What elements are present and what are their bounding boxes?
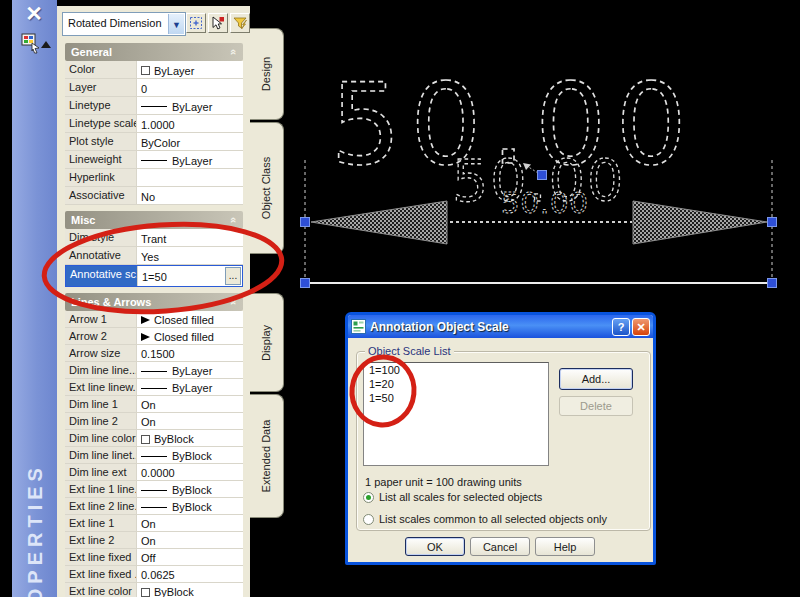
scroll-up-icon[interactable]	[41, 41, 51, 48]
property-value[interactable]: 0.0625	[137, 566, 243, 582]
section-header-misc[interactable]: Misc«	[65, 211, 243, 229]
property-row[interactable]: AssociativeNo	[65, 187, 243, 205]
property-value[interactable]: 0.1500	[137, 345, 243, 361]
ellipsis-button[interactable]: ...	[225, 267, 241, 285]
property-value[interactable]: Closed filled	[137, 311, 243, 327]
collapse-chevron-icon[interactable]: «	[225, 299, 243, 305]
object-type-select[interactable]: Rotated Dimension ▼	[62, 12, 186, 36]
property-row[interactable]: Ext line fixed ...0.0625	[65, 566, 243, 583]
palette-properties-icon[interactable]	[20, 32, 42, 58]
property-value[interactable]: ByLayer	[137, 151, 243, 168]
property-value[interactable]: 0	[137, 79, 243, 96]
property-value[interactable]: On	[137, 515, 243, 531]
property-value[interactable]: On	[137, 532, 243, 548]
help-button[interactable]: Help	[535, 537, 595, 556]
section-header-general[interactable]: General«	[65, 43, 243, 61]
dimension-arrowhead-right[interactable]	[633, 201, 767, 244]
property-row[interactable]: Ext line fixedOff	[65, 549, 243, 566]
property-row[interactable]: Dim line 2On	[65, 413, 243, 430]
property-value[interactable]: ByLayer	[137, 379, 243, 395]
collapse-chevron-icon[interactable]: «	[225, 217, 243, 223]
property-row[interactable]: Ext line 2 line...ByBlock	[65, 498, 243, 515]
property-row[interactable]: ColorByLayer	[65, 61, 243, 79]
property-value[interactable]: 0.0000	[137, 464, 243, 480]
ok-button[interactable]: OK	[405, 537, 465, 556]
property-value[interactable]: 1=50...	[138, 266, 242, 286]
property-value[interactable]: No	[137, 187, 243, 204]
property-row[interactable]: Plot styleByColor	[65, 133, 243, 151]
property-row[interactable]: LinetypeByLayer	[65, 97, 243, 115]
property-row[interactable]: Ext line 1 line...ByBlock	[65, 481, 243, 498]
property-value[interactable]: ByLayer	[137, 362, 243, 378]
combo-dropdown-button[interactable]: ▼	[168, 14, 184, 34]
property-value[interactable]: ByBlock	[137, 481, 243, 497]
dimension-arrowhead-left[interactable]	[311, 201, 447, 244]
add-button[interactable]: Add...	[559, 368, 633, 390]
property-row[interactable]: Dim line colorByBlock	[65, 430, 243, 447]
property-row[interactable]: Hyperlink	[65, 169, 243, 187]
property-row[interactable]: Dim line 1On	[65, 396, 243, 413]
radio-unselected-icon[interactable]	[363, 514, 374, 525]
radio-list-all-scales[interactable]: List all scales for selected objects	[363, 491, 542, 503]
property-row[interactable]: Ext line linew...ByLayer	[65, 379, 243, 396]
property-row[interactable]: Linetype scale1.0000	[65, 115, 243, 133]
radio-list-common-scales[interactable]: List scales common to all selected objec…	[363, 513, 607, 525]
grip-dim-left[interactable]	[301, 218, 310, 227]
property-row[interactable]: Ext line 2On	[65, 532, 243, 549]
property-value[interactable]: 1.0000	[137, 115, 243, 132]
object-scale-list[interactable]: 1=1001=201=50	[363, 362, 549, 466]
property-value[interactable]: Yes	[137, 247, 243, 264]
property-value[interactable]: ByBlock	[137, 498, 243, 514]
property-value[interactable]: Off	[137, 549, 243, 565]
property-row[interactable]: Dim line ext0.0000	[65, 464, 243, 481]
property-value[interactable]: ByLayer	[137, 97, 243, 114]
section-header-lines-arrows[interactable]: Lines & Arrows«	[65, 293, 243, 311]
palette-close-icon[interactable]: ✕	[20, 1, 48, 27]
tab-object-class[interactable]: Object Class	[250, 122, 284, 254]
property-value[interactable]: ByLayer	[137, 61, 243, 78]
property-value[interactable]: Closed filled	[137, 328, 243, 344]
property-row[interactable]: LineweightByLayer	[65, 151, 243, 169]
tab-design[interactable]: Design	[250, 28, 284, 120]
property-value[interactable]	[137, 169, 243, 186]
property-value[interactable]: Trant	[137, 229, 243, 246]
property-row[interactable]: AnnotativeYes	[65, 247, 243, 265]
property-row[interactable]: Annotative sc...1=50...	[65, 265, 243, 287]
property-value[interactable]: On	[137, 413, 243, 429]
collapse-chevron-icon[interactable]: «	[225, 49, 243, 55]
property-row[interactable]: Dim line line...ByLayer	[65, 362, 243, 379]
grip-text-center[interactable]	[538, 171, 547, 180]
dialog-close-button[interactable]: ✕	[632, 318, 650, 336]
grip-origin-right[interactable]	[768, 279, 777, 288]
tab-display[interactable]: Display	[250, 293, 284, 392]
grip-origin-left[interactable]	[301, 279, 310, 288]
property-value[interactable]: ByBlock	[137, 447, 243, 463]
radio-selected-icon[interactable]	[363, 492, 374, 503]
property-row[interactable]: Ext line 1On	[65, 515, 243, 532]
select-objects-button[interactable]	[208, 13, 228, 33]
scale-list-item[interactable]: 1=100	[364, 363, 548, 377]
cancel-button[interactable]: Cancel	[470, 537, 530, 556]
property-row[interactable]: Layer0	[65, 79, 243, 97]
scale-list-item[interactable]: 1=20	[364, 377, 548, 391]
section-title: Lines & Arrows	[71, 293, 151, 311]
property-row[interactable]: Dim styleTrant	[65, 229, 243, 247]
dialog-titlebar[interactable]: Annotation Object Scale ? ✕	[348, 315, 653, 338]
property-value[interactable]: On	[137, 396, 243, 412]
grip-dim-right[interactable]	[768, 218, 777, 227]
dialog-help-button[interactable]: ?	[612, 318, 630, 336]
tab-extended-data[interactable]: Extended Data	[250, 394, 284, 518]
property-row[interactable]: Ext line colorByBlock	[65, 583, 243, 597]
scale-list-item[interactable]: 1=50	[364, 391, 548, 405]
property-row[interactable]: Arrow 2Closed filled	[65, 328, 243, 345]
delete-button[interactable]: Delete	[559, 396, 633, 416]
dimension-text-small[interactable]: 50.00	[501, 186, 589, 220]
property-value[interactable]: ByBlock	[137, 430, 243, 446]
property-value[interactable]: ByColor	[137, 133, 243, 150]
property-row[interactable]: Arrow size0.1500	[65, 345, 243, 362]
quick-select-button[interactable]	[230, 13, 250, 33]
toggle-pickadd-button[interactable]	[186, 13, 206, 33]
property-row[interactable]: Arrow 1Closed filled	[65, 311, 243, 328]
property-row[interactable]: Dim line linet...ByBlock	[65, 447, 243, 464]
property-value[interactable]: ByBlock	[137, 583, 243, 597]
